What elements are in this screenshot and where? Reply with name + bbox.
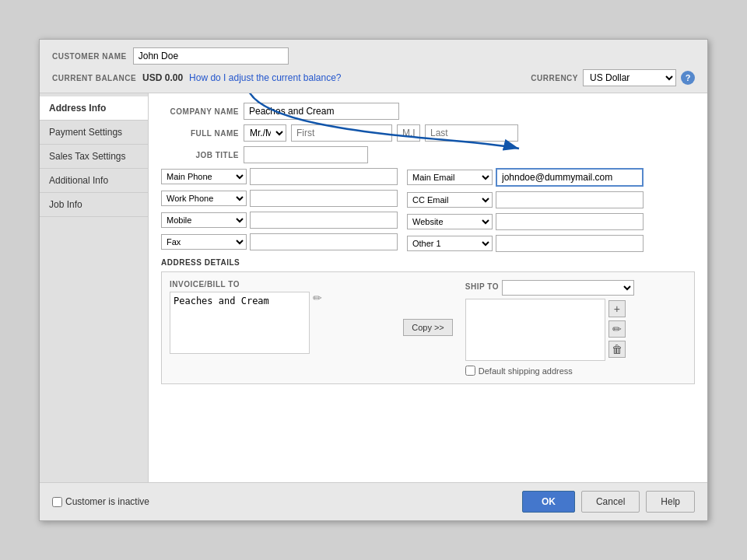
invoice-section: INVOICE/BILL TO Peaches and Cream ✏ [170,280,391,354]
email-row-cc: CC Email [407,191,644,208]
job-title-input[interactable] [244,146,368,163]
currency-section: CURRENCY US Dollar ? [531,69,695,86]
phone-column: Main Phone Work Phone Mobi [161,168,398,252]
mi-input[interactable] [397,124,420,142]
cc-email-select[interactable]: CC Email [407,192,493,208]
default-shipping-row: Default shipping address [465,366,686,376]
dialog-body: Address Info Payment Settings Sales Tax … [40,93,707,482]
ship-to-select[interactable] [502,280,634,296]
ship-side-buttons: + ✏ 🗑 [608,300,626,361]
email-row-other1: Other 1 [407,235,644,252]
full-name-label: FULL NAME [161,129,239,138]
invoice-address-textarea[interactable]: Peaches and Cream [170,292,310,354]
address-details-section: ADDRESS DETAILS INVOICE/BILL TO Peaches … [161,258,695,384]
customer-name-label: CUSTOMER NAME [52,52,127,61]
balance-link[interactable]: How do I adjust the current balance? [189,72,524,83]
phone-row-mobile: Mobile [161,212,398,229]
cc-email-input[interactable] [496,191,644,208]
salutation-select[interactable]: Mr./Ms./... [244,124,286,142]
sidebar: Address Info Payment Settings Sales Tax … [40,93,149,482]
invoice-label: INVOICE/BILL TO [170,280,391,289]
ship-address-textarea[interactable] [465,299,605,361]
phone-email-rows: Main Phone Work Phone Mobi [161,168,695,252]
ship-to-label: SHIP TO [465,282,499,291]
email-row-main: Main Email [407,168,644,187]
main-email-select[interactable]: Main Email [407,170,493,185]
copy-section: Copy >> [403,280,453,336]
job-title-label: JOB TITLE [161,151,239,159]
sidebar-item-address-info[interactable]: Address Info [40,96,148,121]
address-details-title: ADDRESS DETAILS [161,258,695,267]
mobile-select[interactable]: Mobile [161,212,247,228]
balance-label: CURRENT BALANCE [52,74,136,82]
currency-select[interactable]: US Dollar [583,69,676,86]
company-name-input[interactable] [244,103,399,120]
help-button[interactable]: Help [646,491,695,513]
last-name-input[interactable] [425,124,518,142]
mobile-input[interactable] [250,212,398,229]
main-content: COMPANY NAME FULL NAME Mr./Ms./... JOB T… [149,93,707,482]
customer-name-input[interactable] [133,47,289,65]
work-phone-select[interactable]: Work Phone [161,191,247,206]
fax-select[interactable]: Fax [161,234,247,250]
address-details-box: INVOICE/BILL TO Peaches and Cream ✏ Copy… [161,271,695,384]
phone-row-main: Main Phone [161,168,398,185]
main-email-input[interactable] [496,168,644,187]
main-phone-input[interactable] [250,168,398,185]
phone-email-section: Main Phone Work Phone Mobi [161,168,695,252]
delete-ship-address-button[interactable]: 🗑 [608,341,626,358]
fax-input[interactable] [250,233,398,250]
default-shipping-label: Default shipping address [479,366,573,376]
dialog-footer: Customer is inactive OK Cancel Help [40,482,707,520]
currency-label: CURRENCY [531,74,578,82]
email-row-website: Website [407,213,644,230]
copy-address-button[interactable]: Copy >> [403,319,453,336]
ship-header: SHIP TO [465,280,686,296]
balance-value: USD 0.00 [142,72,183,83]
inactive-label: Customer is inactive [65,496,149,507]
dialog-header: CUSTOMER NAME CURRENT BALANCE USD 0.00 H… [40,40,707,93]
ship-textarea-row: + ✏ 🗑 [465,299,686,361]
inactive-row: Customer is inactive [52,496,516,507]
cancel-button[interactable]: Cancel [581,491,640,513]
company-name-row: COMPANY NAME [161,103,695,120]
sidebar-item-sales-tax-settings[interactable]: Sales Tax Settings [40,145,148,169]
website-input[interactable] [496,213,644,230]
website-select[interactable]: Website [407,214,493,229]
main-phone-select[interactable]: Main Phone [161,169,247,184]
invoice-actions: Peaches and Cream ✏ [170,292,391,354]
job-title-row: JOB TITLE [161,146,695,163]
ok-button[interactable]: OK [522,491,575,513]
sidebar-item-payment-settings[interactable]: Payment Settings [40,121,148,145]
edit-invoice-icon[interactable]: ✏ [313,292,322,304]
default-shipping-checkbox[interactable] [465,366,475,376]
work-phone-input[interactable] [250,190,398,207]
company-name-label: COMPANY NAME [161,107,239,116]
sidebar-item-job-info[interactable]: Job Info [40,193,148,217]
ship-section: SHIP TO + ✏ 🗑 [465,280,686,376]
customer-dialog: CUSTOMER NAME CURRENT BALANCE USD 0.00 H… [39,39,708,521]
sidebar-item-additional-info[interactable]: Additional Info [40,169,148,193]
email-column: Main Email CC Email Websit [407,168,644,252]
inactive-checkbox[interactable] [52,497,62,507]
edit-ship-address-button[interactable]: ✏ [608,320,626,338]
other1-select[interactable]: Other 1 [407,236,493,251]
address-columns: INVOICE/BILL TO Peaches and Cream ✏ Copy… [170,280,686,376]
full-name-row: FULL NAME Mr./Ms./... [161,124,695,142]
phone-row-work: Work Phone [161,190,398,207]
phone-row-fax: Fax [161,233,398,250]
first-name-input[interactable] [291,124,392,142]
other1-input[interactable] [496,235,644,252]
help-icon-btn[interactable]: ? [681,71,695,85]
add-ship-address-button[interactable]: + [608,300,626,317]
